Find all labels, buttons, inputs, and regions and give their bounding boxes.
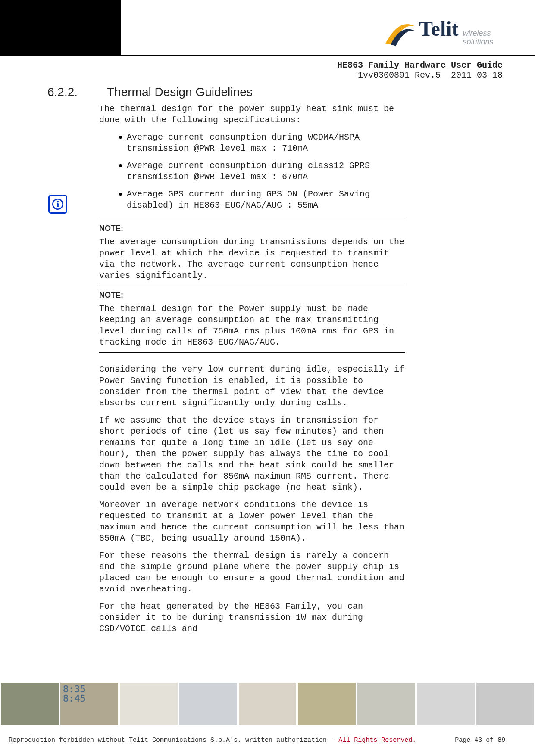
footer-tile: 8:35 8:45 (60, 683, 118, 725)
note-1-body: The average consumption during transmiss… (99, 236, 405, 281)
note-divider (99, 219, 405, 219)
section-number: 6.2.2. (47, 85, 78, 99)
body-column: The thermal design for the power supply … (99, 103, 405, 641)
brand-name: Telit (419, 17, 459, 40)
info-icon (48, 195, 67, 214)
footer-tile (239, 683, 297, 725)
footer-tile (120, 683, 178, 725)
spacer (99, 356, 405, 364)
footer-image-strip: 8:35 8:45 (0, 683, 535, 725)
note-label: NOTE: (99, 223, 405, 234)
footer-copyright-b: All Rights Reserved. (338, 737, 416, 744)
paragraph: For these reasons the thermal design is … (99, 550, 405, 595)
paragraph: If we assume that the device stays in tr… (99, 415, 405, 493)
intro-paragraph: The thermal design for the power supply … (99, 103, 405, 126)
spec-item: Average current consumption during WCDMA… (99, 132, 405, 154)
brand-logo: Telit wireless solutions (382, 13, 503, 50)
svg-rect-2 (57, 203, 59, 207)
brand-tag-2: solutions (463, 37, 494, 46)
paragraph: For the heat generated by the HE863 Fami… (99, 601, 405, 635)
brand-tag-1: wireless (463, 29, 494, 37)
spec-item: Average GPS current during GPS ON (Power… (99, 189, 405, 211)
paragraph: Moreover in average network conditions t… (99, 499, 405, 544)
doc-header: HE863 Family Hardware User Guide 1vv0300… (337, 60, 503, 80)
footer-tile (417, 683, 475, 725)
note-divider (99, 286, 405, 286)
header-rule (0, 55, 535, 56)
paragraph: Considering the very low current during … (99, 364, 405, 409)
doc-title: HE863 Family Hardware User Guide (337, 60, 503, 70)
footer-tile (298, 683, 356, 725)
note-label: NOTE: (99, 289, 405, 301)
spec-item: Average current consumption during class… (99, 160, 405, 183)
footer-tile (357, 683, 415, 725)
footer-tile (179, 683, 237, 725)
footer-copyright-a: Reproduction forbidden without Telit Com… (9, 737, 338, 744)
spec-list: Average current consumption during WCDMA… (99, 132, 405, 211)
note-2-body: The thermal design for the Power supply … (99, 303, 405, 348)
page-number: Page 43 of 89 (455, 737, 505, 744)
logo-swoosh-icon (382, 14, 416, 49)
footer-tile (1, 683, 59, 725)
note-divider (99, 352, 405, 353)
footer-tile (476, 683, 534, 725)
footer-text: Reproduction forbidden without Telit Com… (9, 737, 526, 744)
clock-digits: 8:35 8:45 (63, 684, 86, 703)
svg-point-1 (57, 201, 59, 202)
section-title: Thermal Design Guidelines (107, 85, 253, 99)
doc-revision: 1vv0300891 Rev.5- 2011-03-18 (337, 70, 503, 80)
header-black-block (0, 0, 121, 55)
